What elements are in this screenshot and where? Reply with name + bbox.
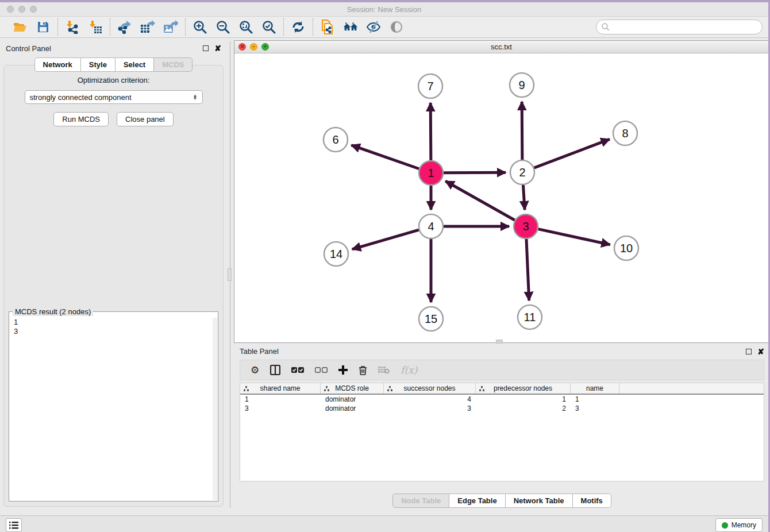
zoom-selected-icon[interactable]	[261, 20, 276, 34]
session-title: Session: New Session	[0, 5, 768, 14]
float-panel-icon[interactable]	[203, 45, 209, 51]
zoom-fit-icon[interactable]	[238, 20, 253, 34]
network-canvas[interactable]: 7968124314101511	[234, 53, 768, 342]
zoom-in-icon[interactable]	[192, 20, 207, 34]
node-8[interactable]: 8	[613, 121, 637, 145]
table-cell[interactable]: 3	[571, 404, 619, 413]
edge-2-9[interactable]	[522, 102, 522, 160]
delete-table-icon[interactable]	[378, 366, 390, 374]
dropdown-value: strongly connected component	[30, 93, 132, 102]
node-10[interactable]: 10	[614, 236, 638, 260]
tab-select[interactable]: Select	[116, 57, 154, 72]
column-header-predecessor-nodes[interactable]: predecessor nodes	[476, 383, 571, 394]
deselect-all-columns-icon[interactable]	[315, 367, 328, 373]
homes-icon[interactable]	[343, 20, 358, 34]
export-table-icon[interactable]	[140, 20, 155, 34]
close-panel-icon[interactable]: ✘	[214, 44, 221, 52]
table-cell[interactable]: 2	[476, 404, 571, 413]
select-all-columns-icon[interactable]	[291, 367, 304, 373]
tab-node-table[interactable]: Node Table	[392, 494, 449, 508]
edge-4-14[interactable]	[352, 230, 419, 249]
export-image-icon[interactable]	[163, 20, 178, 34]
tab-motifs[interactable]: Motifs	[573, 494, 611, 508]
table-cell[interactable]: 3	[240, 404, 321, 413]
edge-3-10[interactable]	[538, 229, 610, 245]
function-builder-icon[interactable]: f(x)	[401, 364, 417, 376]
tab-network-table[interactable]: Network Table	[506, 494, 573, 508]
table-cell[interactable]: 1	[571, 395, 619, 404]
edge-1-6[interactable]	[351, 145, 419, 169]
table-cell[interactable]: dominator	[321, 404, 384, 413]
node-4[interactable]: 4	[419, 214, 443, 238]
node-9[interactable]: 9	[510, 73, 534, 97]
save-icon[interactable]	[36, 20, 51, 34]
vertical-splitter[interactable]	[227, 41, 233, 508]
node-14[interactable]: 14	[324, 242, 348, 266]
table-cell[interactable]: 1	[240, 395, 321, 404]
import-network-icon[interactable]	[65, 20, 80, 34]
add-column-icon[interactable]	[338, 365, 348, 375]
edge-1-7[interactable]	[430, 103, 431, 160]
mcds-result-box: MCDS result (2 nodes) 13	[9, 311, 218, 502]
table-row[interactable]: 1dominator411	[240, 395, 764, 404]
node-label: 15	[425, 313, 437, 325]
export-network-icon[interactable]	[117, 20, 132, 34]
table-cell[interactable]: 4	[384, 395, 476, 404]
table-row[interactable]: 3dominator323	[240, 404, 764, 413]
table-cell[interactable]: dominator	[321, 395, 384, 404]
columns-icon[interactable]	[270, 365, 280, 375]
optimization-criterion-select[interactable]: strongly connected component ▲▼	[25, 90, 203, 104]
node-6[interactable]: 6	[324, 128, 348, 152]
node-11[interactable]: 11	[518, 305, 542, 329]
column-header-shared-name[interactable]: shared name	[240, 383, 321, 394]
edge-3-1[interactable]	[445, 181, 515, 220]
float-table-panel-icon[interactable]	[746, 349, 752, 354]
node-7[interactable]: 7	[418, 74, 442, 98]
tab-network[interactable]: Network	[34, 57, 81, 72]
edge-3-11[interactable]	[526, 239, 529, 300]
mcds-result-item[interactable]: 3	[14, 327, 215, 336]
mcds-result-item[interactable]: 1	[14, 318, 215, 327]
trash-icon[interactable]	[359, 365, 367, 375]
status-bar: Memory	[0, 515, 768, 532]
search-input[interactable]	[596, 20, 763, 34]
refresh-layout-icon[interactable]	[291, 20, 306, 34]
hide-eye-icon[interactable]	[366, 20, 381, 34]
tab-style[interactable]: Style	[81, 57, 116, 72]
app-titlebar: Session: New Session	[0, 2, 768, 17]
node-label: 14	[330, 248, 342, 260]
column-header-MCDS-role[interactable]: MCDS role	[321, 383, 384, 394]
task-history-button[interactable]	[6, 518, 22, 532]
memory-button[interactable]: Memory	[715, 518, 763, 532]
open-folder-icon[interactable]	[13, 20, 28, 34]
close-table-panel-icon[interactable]: ✘	[757, 348, 764, 356]
horizontal-splitter[interactable]	[496, 340, 503, 344]
duplicate-network-icon[interactable]	[320, 20, 335, 34]
gray-eye-icon[interactable]	[389, 20, 404, 34]
tab-mcds[interactable]: MCDS	[154, 57, 192, 72]
node-label: 10	[620, 242, 633, 255]
column-header-name[interactable]: name	[571, 383, 619, 394]
control-panel-title: Control Panel	[6, 44, 51, 53]
edge-1-2[interactable]	[444, 172, 506, 173]
node-3[interactable]: 3	[514, 214, 538, 238]
search-icon	[601, 22, 610, 32]
column-header-successor-nodes[interactable]: successor nodes	[384, 383, 476, 394]
result-scrollbar[interactable]	[213, 318, 217, 500]
node-label: 1	[428, 167, 434, 179]
table-cell[interactable]: 1	[476, 395, 571, 404]
sort-icon	[479, 386, 484, 391]
edge-2-8[interactable]	[534, 139, 610, 168]
tab-edge-table[interactable]: Edge Table	[449, 494, 505, 508]
network-graph[interactable]: 7968124314101511	[234, 53, 768, 342]
gear-icon[interactable]: ⚙	[251, 364, 259, 376]
close-panel-button[interactable]: Close panel	[117, 112, 174, 126]
node-1[interactable]: 1	[419, 161, 443, 185]
node-15[interactable]: 15	[419, 307, 443, 331]
node-2[interactable]: 2	[510, 160, 534, 184]
zoom-out-icon[interactable]	[215, 20, 230, 34]
table-cell[interactable]: 3	[384, 404, 476, 413]
import-table-icon[interactable]	[88, 20, 103, 34]
run-mcds-button[interactable]: Run MCDS	[53, 112, 109, 126]
edge-2-3[interactable]	[523, 185, 525, 210]
